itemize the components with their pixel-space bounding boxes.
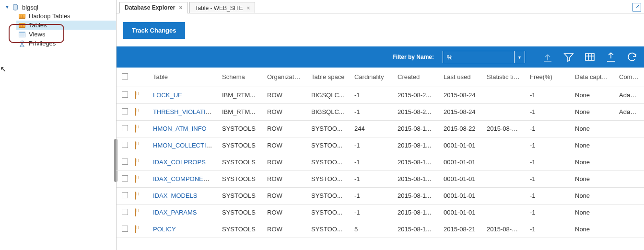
tab-close-icon[interactable]: × [179, 4, 182, 11]
cell: -1 [525, 170, 570, 187]
row-checkbox[interactable] [122, 91, 128, 98]
table-icon [19, 14, 25, 19]
cell: SYSTOO... [306, 154, 350, 170]
cell [614, 204, 644, 221]
sidebar-item-privileges[interactable]: Privileges [16, 39, 116, 48]
caret-down-icon[interactable]: ▼ [5, 5, 10, 10]
row-checkbox[interactable] [122, 159, 128, 165]
col-header-1[interactable] [133, 68, 148, 87]
col-header-5[interactable]: Table space [306, 68, 350, 87]
table-row[interactable]: HMON_ATM_INFOSYSTOOLSROWSYSTOO...2442015… [117, 120, 644, 137]
table-row[interactable]: IDAX_MODELSSYSTOOLSROWSYSTOO...-12015-08… [117, 187, 644, 204]
columns-icon[interactable] [583, 50, 597, 64]
table-header-row: TableSchemaOrganizationTable spaceCardin… [117, 68, 644, 87]
cell: BIGSQLC... [306, 87, 350, 103]
cell: -1 [350, 187, 393, 204]
cell: None [570, 103, 614, 120]
table-row[interactable]: THRESH_VIOLATIONSIBM_RTM...ROWBIGSQLC...… [117, 103, 644, 120]
select-all-checkbox[interactable] [122, 73, 128, 80]
refresh-icon[interactable] [625, 50, 639, 64]
table-link[interactable]: THRESH_VIOLATIONS [153, 108, 217, 115]
row-checkbox[interactable] [122, 192, 128, 198]
table-link[interactable]: IDAX_MODELS [153, 192, 197, 199]
cell: -1 [350, 154, 393, 170]
tab-close-icon[interactable]: × [246, 5, 250, 11]
filter-input[interactable] [443, 51, 515, 63]
filter-icon[interactable] [562, 50, 576, 64]
cell: -1 [350, 137, 393, 154]
table-row[interactable]: HMON_COLLECTIONSYSTOOLSROWSYSTOO...-1201… [117, 137, 644, 154]
export-icon[interactable] [604, 50, 618, 64]
filter-dropdown-button[interactable]: ▾ [515, 51, 525, 63]
cell [482, 103, 525, 120]
col-header-9[interactable]: Statistic time [482, 68, 525, 87]
database-icon [12, 3, 19, 11]
svg-rect-2 [19, 32, 25, 33]
tab-0[interactable]: Database Explorer× [119, 2, 187, 13]
col-header-11[interactable]: Data capture [570, 68, 614, 87]
table-link[interactable]: IDAX_COLPROPS [153, 159, 206, 166]
cell: SYSTOO... [306, 221, 350, 238]
row-checkbox[interactable] [122, 226, 128, 232]
cell: 2015-08-24 [439, 87, 482, 103]
sidebar-item-views[interactable]: Views [16, 30, 116, 39]
cell [614, 221, 644, 238]
cell: Adaptive [614, 87, 644, 103]
track-changes-button[interactable]: Track Changes [123, 22, 185, 39]
table-row[interactable]: LOCK_UEIBM_RTM...ROWBIGSQLC...-12015-08-… [117, 87, 644, 103]
cell: ROW [262, 204, 306, 221]
table-icon [135, 192, 136, 200]
upload-icon[interactable] [540, 50, 555, 64]
col-header-8[interactable]: Last used [439, 68, 482, 87]
table-link[interactable]: POLICY [153, 226, 176, 233]
cell: -1 [525, 103, 570, 120]
row-checkbox[interactable] [122, 209, 128, 215]
col-header-7[interactable]: Created [393, 68, 439, 87]
col-header-2[interactable]: Table [148, 68, 217, 87]
cursor-icon: ↖ [0, 65, 6, 74]
table-link[interactable]: IDAX_PARAMS [153, 209, 197, 216]
popout-button[interactable] [632, 3, 641, 11]
sidebar-item-hadoop-tables[interactable]: Hadoop Tables [16, 11, 116, 21]
table-row[interactable]: IDAX_COMPONENTSSYSTOOLSROWSYSTOO...-1201… [117, 170, 644, 187]
row-checkbox[interactable] [122, 142, 128, 148]
table-link[interactable]: LOCK_UE [153, 91, 182, 99]
table-link[interactable]: HMON_ATM_INFO [153, 125, 207, 132]
toolbar: Track Changes [117, 13, 644, 46]
table-icon [135, 108, 136, 116]
cell: ROW [262, 87, 306, 103]
col-header-12[interactable]: Compres [614, 68, 644, 87]
sidebar-item-tables[interactable]: Tables [16, 21, 116, 30]
col-header-10[interactable]: Free(%) [525, 68, 570, 87]
cell: None [570, 221, 614, 238]
cell: 0001-01-01 [439, 154, 482, 170]
col-header-4[interactable]: Organization [262, 68, 306, 87]
cell: 0001-01-01 [439, 170, 482, 187]
filter-label: Filter by Name: [392, 54, 434, 60]
table-row[interactable]: IDAX_COLPROPSSYSTOOLSROWSYSTOO...-12015-… [117, 154, 644, 170]
cell [482, 137, 525, 154]
data-table: TableSchemaOrganizationTable spaceCardin… [117, 68, 644, 238]
cell: None [570, 120, 614, 137]
table-link[interactable]: HMON_COLLECTION [153, 142, 215, 149]
col-header-6[interactable]: Cardinality [350, 68, 393, 87]
cell [614, 170, 644, 187]
tab-1[interactable]: Table - WEB_SITE× [189, 2, 255, 13]
cell: -1 [525, 120, 570, 137]
row-checkbox[interactable] [122, 125, 128, 131]
col-header-3[interactable]: Schema [217, 68, 262, 87]
cell [482, 154, 525, 170]
table-link[interactable]: IDAX_COMPONENTS [153, 175, 216, 182]
tree-root-node[interactable]: ▼ bigsql [3, 3, 116, 11]
table-icon [135, 175, 136, 183]
cell: 2015-08-1... [393, 204, 439, 221]
cell [614, 137, 644, 154]
table-row[interactable]: POLICYSYSTOOLSROWSYSTOO...52015-08-1...2… [117, 221, 644, 238]
row-checkbox[interactable] [122, 175, 128, 182]
col-header-0[interactable] [117, 68, 133, 87]
row-checkbox[interactable] [122, 108, 128, 114]
sidebar-item-label: Views [29, 31, 45, 38]
cell: IBM_RTM... [217, 87, 262, 103]
table-row[interactable]: IDAX_PARAMSSYSTOOLSROWSYSTOO...-12015-08… [117, 204, 644, 221]
table-icon [135, 158, 136, 166]
